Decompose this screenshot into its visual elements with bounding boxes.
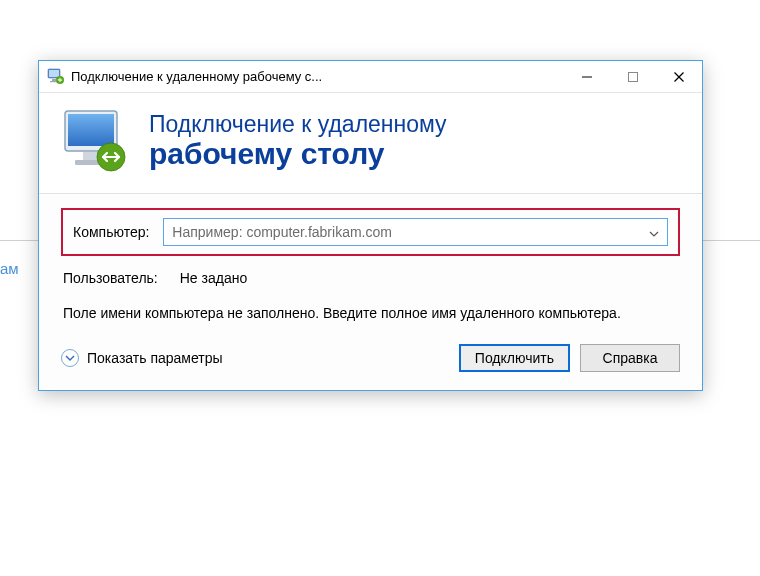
- svg-rect-10: [68, 114, 114, 146]
- help-button-label: Справка: [603, 350, 658, 366]
- banner-text: Подключение к удаленному рабочему столу: [149, 111, 447, 172]
- svg-rect-1: [49, 70, 59, 77]
- close-button[interactable]: [656, 61, 702, 92]
- computer-field-highlight: Компьютер: Например: computer.fabrikam.c…: [61, 208, 680, 256]
- computer-label: Компьютер:: [73, 224, 149, 240]
- show-options-toggle[interactable]: Показать параметры: [61, 349, 449, 367]
- banner-line1: Подключение к удаленному: [149, 111, 447, 137]
- minimize-button[interactable]: [564, 61, 610, 92]
- rdp-monitor-icon: [59, 105, 131, 177]
- maximize-button[interactable]: [610, 61, 656, 92]
- rdp-app-icon: [47, 68, 65, 86]
- footer-row: Показать параметры Подключить Справка: [61, 344, 680, 372]
- svg-rect-11: [83, 152, 99, 160]
- user-value: Не задано: [180, 270, 247, 286]
- chevron-down-icon: [649, 225, 659, 240]
- rdp-dialog-window: Подключение к удаленному рабочему с...: [38, 60, 703, 391]
- svg-rect-2: [52, 79, 56, 81]
- header-banner: Подключение к удаленному рабочему столу: [39, 93, 702, 194]
- computer-placeholder: Например: computer.fabrikam.com: [172, 224, 649, 240]
- banner-line2: рабочему столу: [149, 137, 447, 172]
- background-partial-text: ам: [0, 260, 19, 277]
- svg-rect-6: [629, 72, 638, 81]
- titlebar[interactable]: Подключение к удаленному рабочему с...: [39, 61, 702, 93]
- help-button[interactable]: Справка: [580, 344, 680, 372]
- connect-button[interactable]: Подключить: [459, 344, 570, 372]
- show-options-label: Показать параметры: [87, 350, 223, 366]
- window-title: Подключение к удаленному рабочему с...: [71, 69, 564, 84]
- window-controls: [564, 61, 702, 92]
- content-area: Компьютер: Например: computer.fabrikam.c…: [39, 194, 702, 390]
- connect-button-label: Подключить: [475, 350, 554, 366]
- user-label: Пользователь:: [63, 270, 158, 286]
- info-message: Поле имени компьютера не заполнено. Введ…: [61, 304, 621, 324]
- user-row: Пользователь: Не задано: [61, 270, 680, 286]
- computer-combobox[interactable]: Например: computer.fabrikam.com: [163, 218, 668, 246]
- expand-down-icon: [61, 349, 79, 367]
